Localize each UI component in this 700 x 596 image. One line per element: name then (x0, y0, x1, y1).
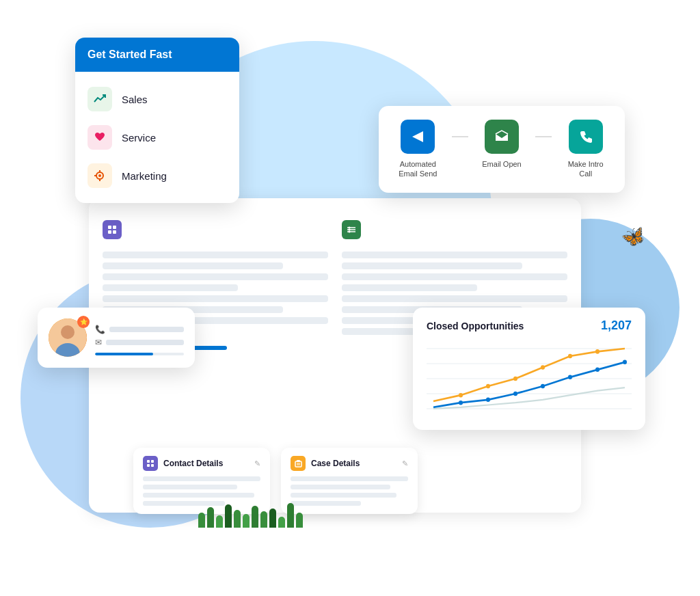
case-details-icon (291, 456, 306, 471)
workflow-step-intro-call: Make Intro Call (563, 120, 608, 179)
email-open-icon (485, 120, 519, 154)
chart-value: 1,207 (601, 319, 632, 333)
svg-point-31 (568, 354, 572, 359)
blade-12 (296, 513, 303, 528)
svg-point-36 (541, 384, 545, 389)
case-details-header: Case Details ✎ (291, 456, 408, 471)
contact-progress (95, 353, 184, 355)
service-icon (88, 125, 112, 150)
contact-info: 📞 ✉ (95, 319, 184, 355)
menu-item-service[interactable]: Service (75, 118, 239, 157)
contact-detail-lines (143, 476, 260, 506)
contact-card: ⭐ 📞 ✉ (38, 308, 195, 368)
blade-9 (269, 509, 276, 528)
svg-rect-45 (297, 460, 300, 462)
rline-4 (342, 284, 477, 291)
blade-6 (243, 514, 250, 528)
menu-item-sales[interactable]: Sales (75, 80, 239, 118)
case-edit-icon[interactable]: ✎ (402, 459, 408, 468)
phone-line (109, 327, 184, 332)
svg-point-16 (349, 227, 351, 229)
get-started-body: Sales Service Ma (75, 72, 239, 203)
svg-point-33 (459, 401, 463, 405)
blade-5 (234, 510, 241, 528)
chart-header: Closed Opportunities 1,207 (427, 319, 632, 333)
email-send-icon (401, 120, 435, 154)
blade-1 (198, 513, 205, 528)
workflow-step-email-send: Automated Email Send (395, 120, 441, 179)
sales-label: Sales (122, 94, 148, 105)
email-icon: ✉ (95, 338, 102, 347)
blade-10 (278, 517, 285, 528)
left-section-icon (103, 220, 122, 239)
line-5 (103, 295, 328, 302)
intro-call-icon (569, 120, 603, 154)
svg-point-30 (541, 365, 545, 370)
line-1 (103, 252, 328, 258)
service-label: Service (122, 132, 156, 144)
svg-rect-40 (147, 460, 150, 463)
svg-point-18 (349, 231, 351, 233)
phone-icon: 📞 (95, 325, 105, 334)
get-started-title: Get Started Fast (88, 49, 172, 60)
svg-marker-8 (412, 131, 423, 142)
workflow-step-email-open: Email Open (479, 120, 525, 169)
workflow-card: Automated Email Send Email Open Make Int… (379, 106, 625, 193)
svg-point-37 (568, 375, 572, 380)
svg-point-29 (513, 377, 517, 381)
rline-2 (342, 262, 522, 269)
email-line (106, 340, 184, 345)
contact-edit-icon[interactable]: ✎ (254, 459, 260, 468)
svg-point-28 (486, 384, 490, 389)
dl-3 (143, 493, 254, 498)
case-detail-lines (291, 476, 408, 506)
avatar-badge: ⭐ (77, 316, 90, 328)
blade-7 (252, 506, 258, 528)
email-row: ✉ (95, 338, 184, 347)
svg-rect-41 (151, 460, 154, 463)
cdl-1 (291, 476, 408, 481)
get-started-card: Get Started Fast Sales Service (75, 38, 239, 203)
svg-point-39 (623, 360, 627, 365)
blade-3 (216, 515, 223, 528)
menu-item-marketing[interactable]: Marketing (75, 157, 239, 195)
blade-2 (207, 507, 214, 528)
svg-point-32 (595, 349, 600, 354)
marketing-icon (88, 163, 112, 188)
phone-row: 📞 (95, 325, 184, 334)
svg-rect-44 (295, 461, 301, 467)
svg-point-17 (349, 229, 351, 231)
intro-call-label: Make Intro Call (563, 159, 608, 179)
get-started-header: Get Started Fast (75, 38, 239, 72)
case-details-title: Case Details (311, 459, 360, 468)
blade-4 (225, 504, 232, 528)
sales-icon (88, 87, 112, 111)
rline-5 (342, 295, 567, 302)
grass-decoration (198, 503, 303, 528)
svg-rect-11 (108, 230, 111, 234)
dl-1 (143, 476, 260, 481)
chart-card: Closed Opportunities 1,207 (413, 308, 645, 430)
svg-point-35 (513, 392, 517, 396)
avatar-container: ⭐ (49, 319, 87, 357)
rline-3 (342, 273, 567, 280)
marketing-label: Marketing (122, 170, 167, 182)
email-send-label: Automated Email Send (395, 159, 441, 179)
cdl-2 (291, 485, 390, 489)
cdl-3 (291, 493, 396, 498)
svg-point-34 (486, 398, 490, 403)
svg-rect-12 (113, 230, 116, 234)
line-4 (103, 284, 238, 291)
svg-rect-43 (151, 464, 154, 467)
svg-rect-42 (147, 464, 150, 467)
grass-blades (198, 503, 303, 528)
contact-details-icon (143, 456, 158, 471)
connector-2 (535, 136, 552, 137)
svg-rect-10 (113, 226, 116, 229)
svg-point-27 (459, 393, 463, 398)
workflow-steps: Automated Email Send Email Open Make Int… (395, 120, 608, 179)
svg-point-20 (61, 325, 75, 339)
blade-8 (260, 511, 267, 528)
chart-title: Closed Opportunities (427, 321, 524, 331)
right-section-icon (342, 220, 361, 239)
